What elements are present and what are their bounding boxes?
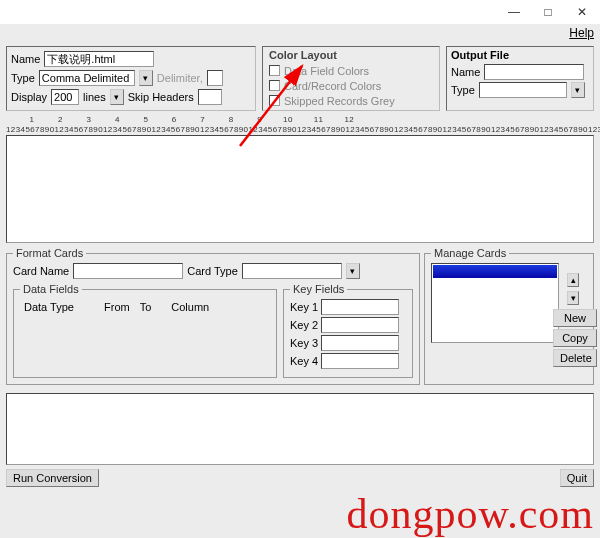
checkbox-skipped-grey[interactable] [269, 95, 280, 106]
skip-headers-input[interactable] [198, 89, 222, 105]
delimiter-label: Delimiter, [157, 72, 203, 84]
card-record-colors-label: Card/Record Colors [284, 80, 381, 92]
key-fields-group: Key Fields Key 1 Key 2 Key 3 Key 4 [283, 283, 413, 378]
output-name-input[interactable] [484, 64, 584, 80]
lines-label: lines [83, 91, 106, 103]
name-input[interactable] [44, 51, 154, 67]
skip-headers-label: Skip Headers [128, 91, 194, 103]
key4-input[interactable] [321, 353, 399, 369]
data-fields-legend: Data Fields [20, 283, 82, 295]
col-column: Column [171, 301, 209, 313]
checkbox-card-record-colors[interactable] [269, 80, 280, 91]
card-type-input[interactable] [242, 263, 342, 279]
output-type-dropdown-icon[interactable]: ▾ [571, 82, 585, 98]
output-file-group: Output File Name Type ▾ [446, 46, 594, 111]
output-type-label: Type [451, 84, 475, 96]
delete-button[interactable]: Delete [553, 349, 597, 367]
manage-cards-list[interactable] [431, 263, 559, 343]
window-titlebar: — □ ✕ [0, 0, 600, 24]
key4-label: Key 4 [290, 355, 318, 367]
delimiter-input [207, 70, 223, 86]
maximize-button[interactable]: □ [532, 2, 564, 22]
skipped-grey-label: Skipped Records Grey [284, 95, 395, 107]
format-cards-legend: Format Cards [13, 247, 86, 259]
new-button[interactable]: New [553, 309, 597, 327]
ruler-numbers: 1 2 3 4 5 6 7 8 9 10 11 12 [6, 115, 594, 125]
output-file-title: Output File [451, 49, 589, 61]
format-cards-group: Format Cards Card Name Card Type ▾ Data … [6, 247, 420, 385]
checkbox-data-field-colors[interactable] [269, 65, 280, 76]
key-fields-legend: Key Fields [290, 283, 347, 295]
key1-label: Key 1 [290, 301, 318, 313]
key1-input[interactable] [321, 299, 399, 315]
lines-dropdown-icon[interactable]: ▾ [110, 89, 124, 105]
manage-cards-selected-item[interactable] [433, 265, 557, 278]
data-field-colors-label: Data Field Colors [284, 65, 369, 77]
ruler-ticks: 1234567890123456789012345678901234567890… [6, 125, 594, 135]
run-conversion-button[interactable]: Run Conversion [6, 469, 99, 487]
output-preview-area[interactable] [6, 393, 594, 465]
display-label: Display [11, 91, 47, 103]
data-fields-group: Data Fields Data Type From To Column [13, 283, 277, 378]
key2-input[interactable] [321, 317, 399, 333]
manage-cards-group: Manage Cards ▴ ▾ New Copy Delete [424, 247, 594, 385]
card-type-label: Card Type [187, 265, 238, 277]
type-input[interactable] [39, 70, 135, 86]
move-down-icon[interactable]: ▾ [567, 291, 579, 305]
name-label: Name [11, 53, 40, 65]
key2-label: Key 2 [290, 319, 318, 331]
minimize-button[interactable]: — [498, 2, 530, 22]
input-file-group: Name Type ▾ Delimiter, Display lines ▾ S… [6, 46, 256, 111]
card-name-input[interactable] [73, 263, 183, 279]
output-name-label: Name [451, 66, 480, 78]
watermark-text: dongpow.com [347, 490, 594, 538]
type-label: Type [11, 72, 35, 84]
card-type-dropdown-icon[interactable]: ▾ [346, 263, 360, 279]
menu-bar: Help [0, 24, 600, 42]
output-type-input[interactable] [479, 82, 567, 98]
type-dropdown-icon[interactable]: ▾ [139, 70, 153, 86]
close-button[interactable]: ✕ [566, 2, 598, 22]
manage-cards-legend: Manage Cards [431, 247, 509, 259]
move-up-icon[interactable]: ▴ [567, 273, 579, 287]
display-input[interactable] [51, 89, 79, 105]
column-ruler: 1 2 3 4 5 6 7 8 9 10 11 12 1234567890123… [0, 115, 600, 135]
col-to: To [140, 301, 152, 313]
color-layout-group: Color Layout Data Field Colors Card/Reco… [262, 46, 440, 111]
col-data-type: Data Type [24, 301, 94, 313]
col-from: From [104, 301, 130, 313]
color-layout-title: Color Layout [269, 49, 433, 61]
data-preview-area[interactable] [6, 135, 594, 243]
card-name-label: Card Name [13, 265, 69, 277]
help-menu[interactable]: Help [569, 26, 594, 40]
key3-input[interactable] [321, 335, 399, 351]
key3-label: Key 3 [290, 337, 318, 349]
quit-button[interactable]: Quit [560, 469, 594, 487]
copy-button[interactable]: Copy [553, 329, 597, 347]
